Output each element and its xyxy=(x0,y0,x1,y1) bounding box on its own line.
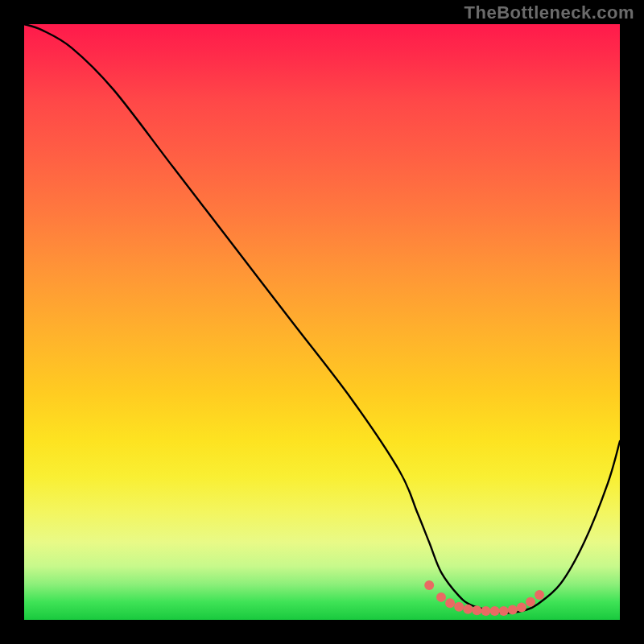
highlight-dot xyxy=(454,602,464,612)
highlight-dot xyxy=(526,597,535,607)
highlight-dot xyxy=(436,592,446,602)
highlight-dot xyxy=(535,590,544,600)
highlight-dot xyxy=(463,605,473,614)
highlight-dot xyxy=(490,606,500,616)
highlight-dot xyxy=(445,598,455,608)
highlight-dot xyxy=(472,605,481,615)
highlight-dot xyxy=(424,580,434,590)
bottleneck-curve xyxy=(24,24,620,613)
watermark-text: TheBottleneck.com xyxy=(464,2,634,23)
plot-area xyxy=(24,24,620,620)
highlight-dot xyxy=(481,606,491,616)
curve-layer xyxy=(24,24,620,620)
highlight-dot xyxy=(508,605,518,614)
chart-frame: TheBottleneck.com xyxy=(0,0,644,644)
highlight-dot xyxy=(517,602,526,612)
highlight-dot xyxy=(499,606,509,616)
